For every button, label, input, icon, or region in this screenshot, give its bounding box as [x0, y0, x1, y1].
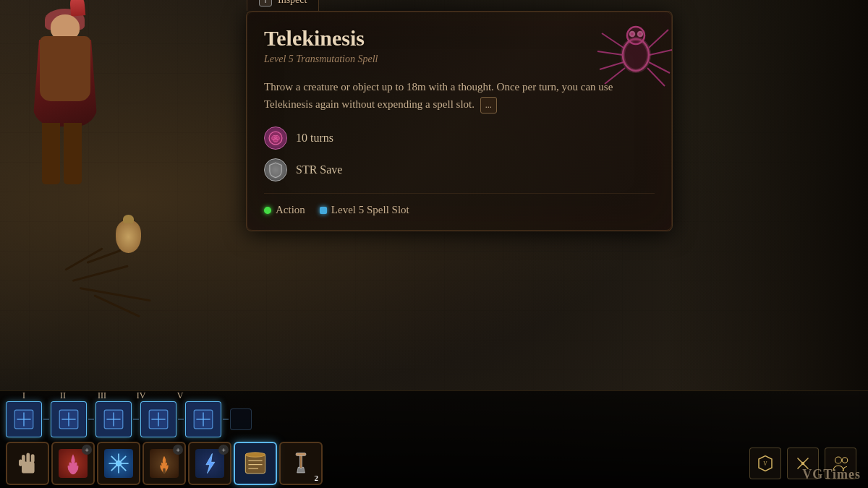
svg-line-7: [605, 68, 625, 84]
roman-iii: III: [84, 390, 120, 401]
roman-i: I: [6, 390, 42, 401]
action-slot-2[interactable]: [51, 401, 87, 437]
char-right-leg: [64, 123, 82, 184]
action-slot-5[interactable]: [185, 401, 221, 437]
svg-point-38: [116, 461, 122, 466]
svg-rect-31: [26, 453, 30, 463]
action-slots-row: [0, 401, 258, 437]
roman-ii: II: [45, 390, 81, 401]
inspect-key: T: [259, 0, 272, 7]
scroll-slot[interactable]: [234, 442, 277, 485]
roman-iv: IV: [123, 390, 159, 401]
char-left-leg: [42, 123, 60, 184]
slot-connector-5: [223, 419, 229, 420]
watermark: VGTimes: [802, 467, 861, 482]
duration-stat-row: 10 turns: [264, 127, 655, 150]
svg-line-11: [647, 68, 665, 86]
roman-v: V: [162, 390, 198, 401]
shovel-slot[interactable]: 2: [279, 442, 323, 485]
spider-sigil-decoration: [582, 12, 672, 102]
hud-bar: I II III IV V: [0, 390, 868, 488]
duration-icon: [264, 127, 287, 150]
action-slot-labels: I II III IV V: [6, 390, 198, 401]
more-button[interactable]: ...: [480, 97, 497, 114]
right-dark-area: [665, 0, 868, 390]
duration-text: 10 turns: [296, 132, 333, 145]
inspect-tab[interactable]: T Inspect: [247, 0, 319, 11]
action-slot-4[interactable]: [140, 401, 176, 437]
slot-connector-4: [178, 419, 184, 420]
inspect-panel: T Inspect: [246, 11, 673, 231]
character-area: [0, 0, 246, 376]
svg-point-52: [842, 458, 848, 463]
svg-text:V: V: [763, 461, 767, 467]
slot-connector-2: [88, 419, 94, 420]
spell-slot-1[interactable]: +: [51, 442, 95, 485]
slot-connector-3: [133, 419, 139, 420]
svg-line-6: [600, 62, 624, 69]
spell-icon-2: [104, 449, 133, 478]
action-item: Action: [264, 204, 305, 216]
svg-rect-33: [19, 459, 22, 466]
slot-connector-1: [43, 419, 49, 420]
svg-line-10: [649, 62, 670, 73]
svg-line-4: [602, 33, 624, 48]
save-stat-row: STR Save: [264, 158, 655, 181]
character-figure: [29, 14, 116, 217]
svg-rect-32: [31, 454, 35, 463]
spell-slot-3[interactable]: +: [142, 442, 186, 485]
svg-point-3: [638, 32, 642, 36]
svg-point-51: [835, 457, 842, 463]
svg-rect-39: [163, 468, 165, 474]
spell-3-plus: +: [173, 445, 183, 455]
svg-point-50: [801, 462, 805, 466]
spell-4-plus: +: [218, 445, 229, 455]
char-body: [40, 36, 90, 101]
spell-1-plus: +: [82, 445, 92, 455]
svg-rect-46: [296, 453, 306, 456]
action-label: Action: [276, 204, 305, 216]
spell-slot-item: Level 5 Spell Slot: [320, 204, 409, 216]
hud-icon-1[interactable]: V: [749, 448, 781, 479]
action-indicator-green: [264, 207, 271, 214]
inspect-tab-label: Inspect: [278, 0, 307, 6]
action-slot-3[interactable]: [95, 401, 132, 437]
shovel-count: 2: [315, 474, 319, 482]
svg-point-41: [245, 453, 265, 457]
spell-slot-label: Level 5 Spell Slot: [331, 204, 409, 216]
svg-line-8: [649, 30, 668, 48]
svg-rect-45: [299, 454, 302, 468]
spell-slot-4[interactable]: +: [188, 442, 231, 485]
svg-line-5: [597, 51, 623, 55]
action-indicator-blue: [320, 207, 327, 214]
save-text: STR Save: [296, 163, 342, 176]
spell-slots-row: +: [0, 439, 868, 488]
roots-decoration: [58, 246, 203, 304]
char-helmet-plume: [69, 0, 86, 17]
svg-line-9: [650, 50, 672, 55]
spell-slot-2[interactable]: [97, 442, 140, 485]
action-slot-1[interactable]: [6, 401, 42, 437]
panel-content: Telekinesis Level 5 Transmutation Spell …: [247, 12, 672, 231]
hand-slot[interactable]: [6, 442, 49, 485]
save-icon: [264, 158, 287, 181]
action-slot-extra[interactable]: [230, 408, 252, 430]
svg-point-2: [630, 32, 634, 36]
action-bar: Action Level 5 Spell Slot: [264, 193, 655, 216]
